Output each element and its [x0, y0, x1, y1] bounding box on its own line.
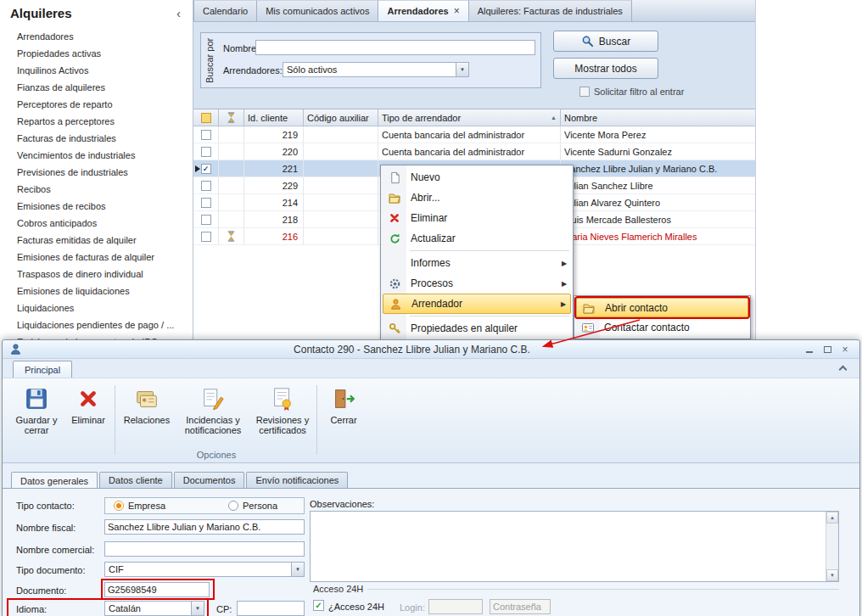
relaciones-button[interactable]: Relaciones: [120, 381, 174, 447]
row-checkbox[interactable]: [201, 215, 211, 225]
buscar-button[interactable]: Buscar: [553, 31, 658, 52]
menu-item-arrendador[interactable]: Arrendador ▶: [383, 294, 571, 314]
ribbon: Guardar y cerrar Eliminar Relaciones Inc: [3, 378, 859, 463]
column-header-id-cliente[interactable]: Id. cliente: [244, 109, 304, 126]
menu-item-label: Contactar contacto: [600, 322, 748, 333]
tab-datos-cliente[interactable]: Datos cliente: [99, 472, 172, 488]
sidebar-item-liquidaciones[interactable]: Liquidaciones: [0, 300, 192, 316]
guardar-y-cerrar-button[interactable]: Guardar y cerrar: [9, 381, 64, 447]
revisiones-button[interactable]: Revisiones y certificados: [252, 381, 313, 447]
menu-item-propiedades-en-alquiler[interactable]: Propiedades en alquiler: [383, 318, 571, 339]
menu-item-abrir[interactable]: Abrir...: [383, 188, 571, 208]
row-checkbox[interactable]: [201, 198, 211, 208]
idioma-label: Idioma:: [16, 604, 47, 614]
scrollbar[interactable]: ▲ ▼: [826, 512, 838, 581]
table-header: Id. cliente Código auxiliar Tipo de arre…: [193, 109, 755, 126]
table-row[interactable]: 219 Cuenta bancaria del administrador Vi…: [193, 126, 755, 143]
sidebar-item-emisiones-recibos[interactable]: Emisiones de recibos: [0, 198, 192, 215]
arrendadores-filter-combo[interactable]: Sólo activos ▼: [283, 62, 469, 77]
submenu-item-abrir-contacto[interactable]: Abrir contacto: [576, 298, 748, 317]
right-gutter: [755, 0, 862, 339]
sidebar-item-liquidaciones-pendientes[interactable]: Liquidaciones pendientes de pago / ...: [0, 316, 192, 333]
tab-facturas-industriales[interactable]: Alquileres: Facturas de industriales: [469, 0, 632, 21]
column-header-status[interactable]: [219, 109, 244, 126]
ribbon-tab-principal[interactable]: Principal: [13, 361, 72, 378]
sidebar-item-previsiones[interactable]: Previsiones de industriales: [0, 164, 192, 181]
collapse-sidebar-icon[interactable]: ‹: [176, 6, 181, 20]
sidebar-item-facturas-emitidas[interactable]: Facturas emitidas de alquiler: [0, 232, 192, 249]
login-input[interactable]: [428, 599, 483, 614]
sidebar-item-repartos[interactable]: Repartos a perceptores: [0, 113, 192, 130]
contrasena-input[interactable]: [490, 599, 551, 614]
scroll-down-icon[interactable]: ▼: [826, 569, 838, 581]
collapse-ribbon-icon[interactable]: [839, 366, 848, 374]
sidebar-item-emisiones-facturas[interactable]: Emisiones de facturas de alquiler: [0, 249, 192, 266]
idioma-combo[interactable]: Catalán ▼: [104, 601, 204, 616]
search-icon: [581, 35, 594, 48]
menu-item-procesos[interactable]: Procesos ▶: [383, 273, 571, 294]
scroll-up-icon[interactable]: ▲: [826, 512, 838, 524]
sidebar-item-recibos[interactable]: Recibos: [0, 181, 192, 198]
column-header-codigo-auxiliar[interactable]: Código auxiliar: [304, 109, 378, 126]
column-header-select-all[interactable]: [193, 109, 219, 126]
mostrar-todos-button[interactable]: Mostrar todos: [553, 58, 658, 79]
menu-item-eliminar[interactable]: Eliminar: [383, 208, 571, 228]
tab-envio-notificaciones[interactable]: Envío notificaciones: [246, 472, 348, 488]
table-row[interactable]: 220 Cuenta bancaria del administrador Vi…: [193, 143, 755, 160]
incidencias-button[interactable]: Incidencias y notificaciones: [176, 381, 250, 447]
tab-calendario[interactable]: Calendario: [193, 0, 257, 21]
empresa-radio[interactable]: [114, 501, 124, 511]
row-checkbox[interactable]: [201, 181, 211, 191]
close-tab-icon[interactable]: ×: [454, 5, 460, 17]
minimize-icon[interactable]: [802, 343, 817, 356]
sidebar-item-fianzas[interactable]: Fianzas de alquileres: [0, 79, 192, 96]
nombre-fiscal-input[interactable]: [104, 519, 305, 535]
column-header-tipo-arrendador[interactable]: Tipo de arrendador ▲: [378, 109, 561, 126]
chevron-down-icon[interactable]: ▼: [191, 602, 204, 615]
sort-asc-icon: ▲: [551, 115, 557, 120]
delete-icon: [383, 212, 406, 224]
menu-item-informes[interactable]: Informes ▶: [383, 253, 571, 273]
sidebar-item-perceptores[interactable]: Perceptores de reparto: [0, 96, 192, 113]
dialog-titlebar[interactable]: Contacto 290 - Sanchez Llibre Julian y M…: [3, 340, 859, 359]
submenu-item-contactar-contacto[interactable]: Contactar contacto: [576, 317, 748, 337]
row-checkbox[interactable]: [201, 147, 211, 157]
sidebar-item-facturas-industriales[interactable]: Facturas de industriales: [0, 130, 192, 147]
sidebar-item-arrendadores[interactable]: Arrendadores: [0, 28, 192, 45]
column-header-nombre[interactable]: Nombre: [561, 109, 755, 126]
observaciones-textarea[interactable]: ▲ ▼: [310, 511, 839, 582]
solicitar-filtro-checkbox[interactable]: [579, 87, 590, 97]
persona-radio[interactable]: [228, 501, 238, 511]
observaciones-text[interactable]: [311, 512, 825, 581]
row-checkbox[interactable]: [201, 232, 211, 242]
cerrar-button[interactable]: Cerrar: [322, 381, 366, 447]
sidebar-item-cobros[interactable]: Cobros anticipados: [0, 215, 192, 232]
login-label: Login:: [400, 602, 425, 613]
sidebar-item-emisiones-liquidaciones[interactable]: Emisiones de liquidaciones: [0, 283, 192, 300]
menu-item-actualizar[interactable]: Actualizar: [383, 228, 571, 249]
tab-datos-generales[interactable]: Datos generales: [11, 472, 98, 489]
eliminar-button[interactable]: Eliminar: [65, 381, 111, 447]
cp-input[interactable]: [237, 601, 305, 616]
sidebar-item-inquilinos-activos[interactable]: Inquilinos Activos: [0, 62, 192, 79]
sidebar-item-traspasos[interactable]: Traspasos de dinero individual: [0, 266, 192, 283]
sidebar-item-vencimientos[interactable]: Vencimientos de industriales: [0, 147, 192, 164]
tipo-documento-combo[interactable]: CIF ▼: [104, 562, 305, 577]
close-icon[interactable]: ×: [837, 343, 853, 356]
nombre-search-input[interactable]: [255, 40, 535, 55]
maximize-icon[interactable]: [820, 343, 835, 356]
documento-input[interactable]: [104, 582, 210, 597]
select-all-checkbox[interactable]: [201, 113, 211, 123]
chevron-down-icon[interactable]: ▼: [291, 563, 304, 576]
chevron-down-icon[interactable]: ▼: [456, 63, 468, 76]
tab-documentos[interactable]: Documentos: [174, 472, 245, 488]
sidebar-item-propiedades-activas[interactable]: Propiedades activas: [0, 45, 192, 62]
nombre-comercial-input[interactable]: [104, 541, 305, 557]
row-checkbox-checked[interactable]: ✓: [201, 164, 211, 174]
tab-mis-comunicados[interactable]: Mis comunicados activos: [257, 0, 378, 21]
selected-row-indicator: [195, 165, 200, 172]
row-checkbox[interactable]: [201, 130, 211, 140]
acceso-24h-checkbox[interactable]: ✓: [313, 600, 324, 611]
menu-item-nuevo[interactable]: Nuevo: [383, 167, 571, 188]
tab-arrendadores[interactable]: Arrendadores ×: [378, 0, 468, 21]
